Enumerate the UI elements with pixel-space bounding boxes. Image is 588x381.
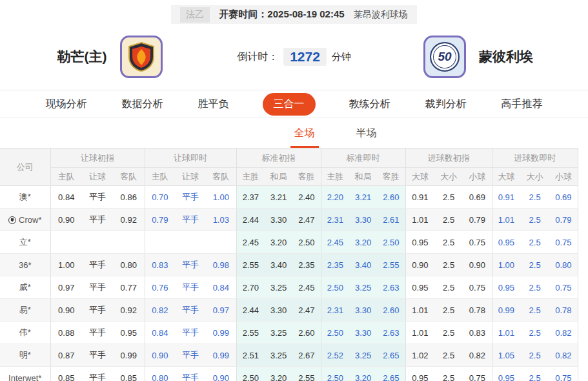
odds-cell[interactable]: 平手 [175, 322, 206, 344]
odds-cell[interactable]: 2.55 [377, 254, 405, 276]
odds-cell[interactable]: 2.50 [236, 367, 265, 381]
odds-cell[interactable]: 3.20 [349, 231, 377, 254]
odds-cell[interactable]: 2.5 [434, 231, 463, 254]
odds-cell[interactable]: 0.76 [145, 276, 175, 299]
odds-cell[interactable]: 1.00 [50, 254, 82, 276]
odds-cell[interactable]: 平手 [82, 209, 113, 231]
sub-tab-2[interactable]: 半场 [352, 118, 381, 148]
odds-cell[interactable]: 2.35 [292, 254, 321, 276]
nav-tab-2[interactable]: 数据分析 [121, 93, 165, 116]
odds-cell[interactable]: 3.25 [265, 276, 292, 299]
odds-cell[interactable]: 2.50 [377, 231, 405, 254]
odds-cell[interactable]: 1.00 [206, 186, 236, 209]
odds-cell[interactable]: 0.99 [206, 322, 236, 344]
odds-cell[interactable]: 平手 [175, 299, 206, 322]
odds-cell[interactable]: 0.95 [405, 276, 434, 299]
odds-cell[interactable]: 2.50 [321, 276, 349, 299]
odds-cell[interactable]: 2.5 [434, 209, 463, 231]
company-name[interactable]: Interwet* [0, 367, 50, 381]
odds-cell[interactable]: 2.5 [520, 254, 549, 276]
odds-cell[interactable]: 2.60 [377, 299, 405, 322]
odds-cell[interactable]: 0.90 [206, 367, 236, 381]
odds-cell[interactable]: 2.5 [434, 186, 463, 209]
odds-cell[interactable] [145, 231, 175, 254]
nav-tab-5[interactable]: 教练分析 [348, 93, 392, 116]
odds-cell[interactable]: 2.63 [377, 322, 405, 344]
odds-cell[interactable]: 平手 [175, 186, 206, 209]
odds-cell[interactable]: 2.47 [292, 209, 321, 231]
odds-cell[interactable]: 平手 [175, 367, 206, 381]
odds-cell[interactable]: 0.90 [463, 254, 492, 276]
odds-cell[interactable]: 2.51 [236, 344, 265, 367]
odds-cell[interactable]: 2.44 [236, 299, 265, 322]
odds-cell[interactable]: 2.44 [236, 209, 265, 231]
odds-cell[interactable]: 1.01 [492, 322, 520, 344]
odds-cell[interactable]: 3.21 [265, 186, 292, 209]
odds-cell[interactable]: 0.75 [549, 367, 578, 381]
odds-cell[interactable]: 0.79 [549, 209, 578, 231]
odds-cell[interactable]: 平手 [82, 254, 113, 276]
odds-cell[interactable]: 1.05 [492, 344, 520, 367]
odds-cell[interactable]: 2.5 [520, 209, 549, 231]
odds-cell[interactable]: 2.45 [236, 231, 265, 254]
odds-cell[interactable]: 2.70 [236, 276, 265, 299]
odds-cell[interactable]: 0.80 [549, 254, 578, 276]
odds-cell[interactable]: 2.31 [321, 209, 349, 231]
odds-cell[interactable]: 3.40 [349, 254, 377, 276]
odds-cell[interactable]: 2.65 [377, 367, 405, 381]
odds-cell[interactable]: 0.83 [463, 322, 492, 344]
odds-cell[interactable]: 2.20 [321, 186, 349, 209]
odds-cell[interactable]: 3.30 [265, 299, 292, 322]
odds-cell[interactable]: 0.92 [113, 209, 145, 231]
odds-cell[interactable]: 1.01 [405, 322, 434, 344]
odds-cell[interactable]: 0.79 [145, 209, 175, 231]
odds-cell[interactable]: 0.99 [206, 344, 236, 367]
odds-cell[interactable]: 1.01 [405, 299, 434, 322]
odds-cell[interactable]: 2.5 [520, 322, 549, 344]
odds-cell[interactable]: 2.45 [292, 276, 321, 299]
odds-cell[interactable]: 0.99 [113, 344, 145, 367]
odds-cell[interactable]: 0.90 [50, 209, 82, 231]
odds-cell[interactable]: 0.88 [50, 322, 82, 344]
odds-cell[interactable]: 0.79 [463, 209, 492, 231]
odds-cell[interactable]: 3.25 [349, 344, 377, 367]
odds-cell[interactable]: 3.30 [265, 209, 292, 231]
odds-cell[interactable]: 0.75 [463, 231, 492, 254]
odds-cell[interactable]: 2.63 [377, 276, 405, 299]
odds-cell[interactable]: 3.20 [265, 367, 292, 381]
odds-cell[interactable]: 0.99 [492, 299, 520, 322]
odds-cell[interactable]: 2.61 [377, 209, 405, 231]
odds-cell[interactable]: 2.40 [292, 186, 321, 209]
odds-cell[interactable]: 0.75 [549, 231, 578, 254]
odds-cell[interactable]: 平手 [175, 209, 206, 231]
odds-cell[interactable]: 0.75 [463, 367, 492, 381]
odds-cell[interactable]: 0.75 [463, 276, 492, 299]
odds-cell[interactable]: 2.52 [321, 344, 349, 367]
odds-cell[interactable]: 2.60 [292, 322, 321, 344]
odds-cell[interactable]: 2.45 [321, 231, 349, 254]
odds-cell[interactable]: 平手 [82, 186, 113, 209]
odds-cell[interactable]: 1.02 [405, 344, 434, 367]
odds-cell[interactable]: 0.98 [206, 254, 236, 276]
odds-cell[interactable]: 2.60 [377, 186, 405, 209]
odds-cell[interactable] [50, 231, 82, 254]
odds-cell[interactable]: 平手 [175, 276, 206, 299]
odds-cell[interactable] [82, 231, 113, 254]
nav-tab-3[interactable]: 胜平负 [197, 93, 230, 116]
odds-cell[interactable]: 平手 [82, 276, 113, 299]
odds-cell[interactable]: 0.90 [145, 344, 175, 367]
odds-cell[interactable]: 0.95 [405, 367, 434, 381]
odds-cell[interactable]: 0.95 [405, 231, 434, 254]
odds-cell[interactable] [113, 231, 145, 254]
odds-cell[interactable]: 3.30 [349, 209, 377, 231]
company-name[interactable]: 明* [0, 344, 50, 367]
odds-cell[interactable]: 2.5 [434, 276, 463, 299]
odds-cell[interactable]: 2.47 [292, 299, 321, 322]
odds-cell[interactable]: 0.69 [463, 186, 492, 209]
odds-cell[interactable]: 0.78 [549, 299, 578, 322]
odds-cell[interactable]: 2.50 [292, 231, 321, 254]
odds-cell[interactable]: 0.90 [405, 254, 434, 276]
odds-cell[interactable]: 0.77 [113, 276, 145, 299]
odds-cell[interactable]: 0.83 [145, 254, 175, 276]
odds-cell[interactable]: 2.5 [434, 299, 463, 322]
